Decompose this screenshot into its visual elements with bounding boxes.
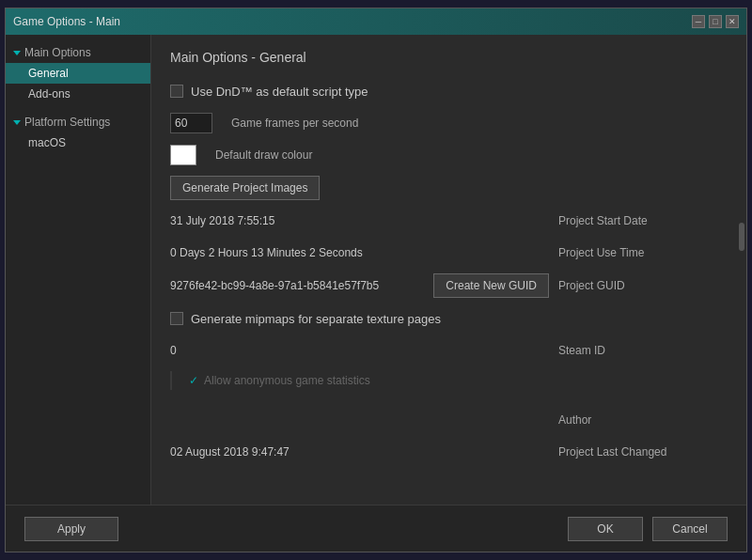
- generate-images-button[interactable]: Generate Project Images: [170, 176, 320, 200]
- fps-label: Game frames per second: [231, 117, 358, 130]
- allow-anonymous-row-inner: ✓ Allow anonymous game statistics: [189, 374, 370, 387]
- sidebar-section-main: Main Options General Add-ons: [6, 39, 150, 108]
- titlebar: Game Options - Main ─ □ ✕: [6, 8, 746, 35]
- titlebar-buttons: ─ □ ✕: [692, 15, 739, 28]
- generate-images-row: Generate Project Images: [170, 176, 728, 200]
- maximize-button[interactable]: □: [709, 15, 722, 28]
- generate-mipmaps-checkbox[interactable]: [170, 312, 183, 325]
- create-new-guid-button[interactable]: Create New GUID: [433, 273, 549, 298]
- project-start-date-row: 31 July 2018 7:55:15 Project Start Date: [170, 210, 728, 232]
- author-row: Author: [170, 409, 728, 431]
- window-title: Game Options - Main: [13, 15, 120, 28]
- scrollbar[interactable]: [739, 223, 744, 251]
- project-use-time-value: 0 Days 2 Hours 13 Minutes 2 Seconds: [170, 246, 558, 259]
- sidebar-section-platform: Platform Settings macOS: [6, 108, 150, 157]
- sidebar-item-general[interactable]: General: [6, 63, 150, 84]
- main-content: Main Options General Add-ons Platform Se…: [6, 35, 746, 505]
- allow-anonymous-label: Allow anonymous game statistics: [204, 374, 370, 387]
- fps-input[interactable]: [170, 113, 212, 133]
- project-last-changed-row: 02 August 2018 9:47:47 Project Last Chan…: [170, 441, 728, 463]
- sidebar-item-addons[interactable]: Add-ons: [6, 84, 150, 104]
- sidebar-group-platform-settings[interactable]: Platform Settings: [6, 112, 150, 132]
- bottom-right-buttons: OK Cancel: [568, 517, 728, 541]
- expand-icon-platform: [13, 120, 21, 125]
- steam-id-value: 0: [170, 344, 558, 357]
- use-dnd-label: Use DnD™ as default script type: [191, 85, 368, 99]
- bottom-left-buttons: Apply: [24, 517, 118, 541]
- draw-colour-label: Default draw colour: [215, 148, 312, 162]
- generate-mipmaps-label: Generate mipmaps for separate texture pa…: [191, 312, 441, 326]
- sidebar-group-main-options[interactable]: Main Options: [6, 42, 150, 63]
- close-button[interactable]: ✕: [726, 15, 739, 28]
- check-mark-icon: ✓: [189, 374, 198, 387]
- use-dnd-row: Use DnD™ as default script type: [170, 80, 728, 102]
- steam-id-row: 0 Steam ID: [170, 339, 728, 362]
- draw-colour-swatch[interactable]: [170, 145, 196, 165]
- steam-id-label: Steam ID: [558, 344, 728, 357]
- project-use-time-row: 0 Days 2 Hours 13 Minutes 2 Seconds Proj…: [170, 241, 728, 264]
- project-last-changed-label: Project Last Changed: [558, 445, 728, 459]
- minimize-button[interactable]: ─: [692, 15, 705, 28]
- main-window: Game Options - Main ─ □ ✕ Main Options G…: [5, 8, 747, 552]
- project-start-date-value: 31 July 2018 7:55:15: [170, 214, 558, 227]
- sidebar: Main Options General Add-ons Platform Se…: [6, 35, 151, 505]
- project-start-date-label: Project Start Date: [558, 214, 728, 227]
- use-dnd-checkbox-wrapper: Use DnD™ as default script type: [170, 85, 368, 99]
- divider: ✓ Allow anonymous game statistics: [170, 371, 370, 390]
- sidebar-item-macos[interactable]: macOS: [6, 132, 150, 153]
- fps-row: Game frames per second: [170, 112, 728, 134]
- cancel-button[interactable]: Cancel: [652, 517, 728, 541]
- allow-anonymous-row: ✓ Allow anonymous game statistics: [170, 371, 728, 399]
- project-last-changed-value: 02 August 2018 9:47:47: [170, 445, 558, 459]
- ok-button[interactable]: OK: [568, 517, 643, 541]
- author-label: Author: [558, 413, 728, 427]
- project-guid-value: 9276fe42-bc99-4a8e-97a1-b5841e57f7b5: [170, 279, 424, 292]
- apply-button[interactable]: Apply: [24, 517, 118, 541]
- content-title: Main Options - General: [170, 50, 728, 65]
- expand-icon: [13, 51, 21, 55]
- project-guid-label: Project GUID: [558, 279, 728, 292]
- project-guid-row: 9276fe42-bc99-4a8e-97a1-b5841e57f7b5 Cre…: [170, 273, 728, 298]
- bottom-bar: Apply OK Cancel: [6, 505, 746, 552]
- left-border: [170, 371, 174, 390]
- draw-colour-row: Default draw colour: [170, 144, 728, 166]
- project-use-time-label: Project Use Time: [558, 246, 728, 259]
- content-area: Main Options - General Use DnD™ as defau…: [151, 35, 746, 505]
- sidebar-group-platform-label: Platform Settings: [24, 116, 110, 129]
- sidebar-group-main-options-label: Main Options: [24, 46, 91, 59]
- generate-mipmaps-row: Generate mipmaps for separate texture pa…: [170, 307, 728, 330]
- generate-mipmaps-checkbox-wrapper: Generate mipmaps for separate texture pa…: [170, 312, 441, 326]
- use-dnd-checkbox[interactable]: [170, 85, 183, 98]
